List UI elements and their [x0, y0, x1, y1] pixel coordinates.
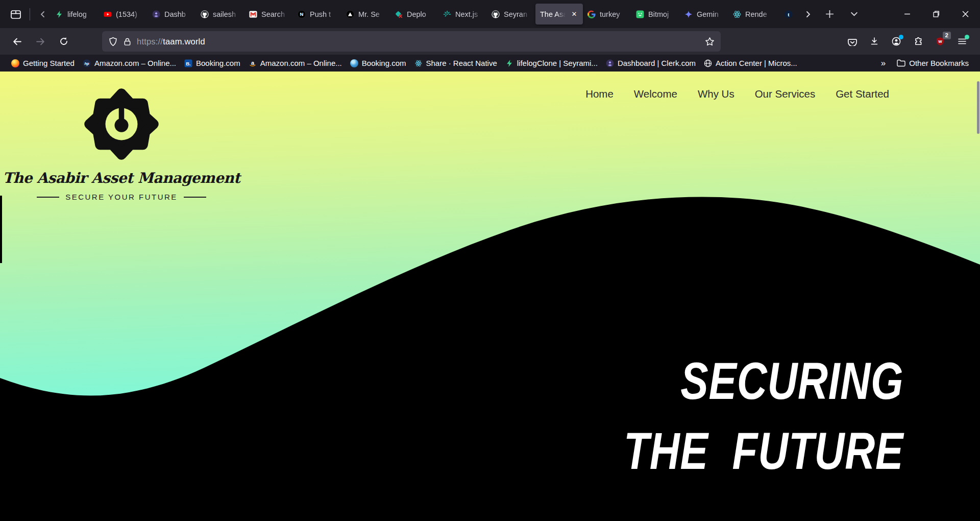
download-button[interactable]: [866, 33, 883, 50]
tab-the-asa[interactable]: The Asa✕: [535, 4, 583, 25]
bookmark-label: Action Center | Micros...: [716, 59, 797, 67]
extensions-puzzle-button[interactable]: [910, 33, 927, 50]
url-bar[interactable]: https://taam.world: [102, 31, 721, 52]
github-icon: [492, 10, 500, 18]
tab-push-t[interactable]: NPush t: [293, 4, 341, 25]
close-window-button[interactable]: [951, 0, 980, 28]
url-scheme: https://: [137, 37, 163, 46]
download-icon: [870, 37, 879, 46]
tab-bar: lifelog(1534)DashbsaileshSearchNPush tMr…: [0, 0, 980, 28]
tab-title: Deplo: [407, 10, 434, 18]
tab-title: The Asa: [540, 10, 566, 18]
wappalyzer-shield-button[interactable]: w2: [932, 33, 949, 50]
tab-title: turkey: [600, 10, 627, 18]
brand-title: The Asabir Asset Management: [3, 170, 240, 186]
amazon-icon: a: [249, 59, 257, 67]
new-tab-button[interactable]: [822, 7, 837, 22]
forward-arrow-icon: [36, 37, 45, 46]
back-arrow-icon: [12, 37, 22, 46]
tagline-text: SECURE YOUR FUTURE: [65, 193, 178, 201]
bookmark-share-react-native[interactable]: Share · React Native: [410, 57, 501, 69]
bookmark-label: Booking.com: [362, 59, 406, 67]
bookmark-lifelogclone-seyrami[interactable]: lifelogClone | Seyrami...: [501, 57, 602, 69]
divider: [30, 8, 30, 20]
minimize-icon: [904, 11, 911, 17]
tab-dashb[interactable]: Dashb: [148, 4, 196, 25]
bookmark-booking-com[interactable]: Booking.com: [346, 57, 410, 69]
bookmark-amazon-com-online[interactable]: aAmazon.com – Online...: [244, 57, 346, 69]
tab-search[interactable]: Search: [244, 4, 293, 25]
bookmark-star-icon[interactable]: [705, 37, 715, 46]
bookmarks-overflow-button[interactable]: »: [881, 58, 886, 68]
tagline-rule-right: [184, 197, 206, 198]
tab-sailesh[interactable]: sailesh: [196, 4, 244, 25]
nav-link-welcome[interactable]: Welcome: [634, 88, 677, 100]
globe-outline-icon: [704, 59, 712, 67]
nav-link-get-started[interactable]: Get Started: [836, 88, 889, 100]
other-bookmarks-label: Other Bookmarks: [909, 59, 969, 67]
bookmark-label: Dashboard | Clerk.com: [618, 59, 696, 67]
forward-button[interactable]: [32, 33, 49, 50]
url-host: taam.world: [163, 37, 205, 46]
tracking-shield-icon[interactable]: [108, 37, 118, 46]
tab-scroll-right-button[interactable]: [800, 7, 816, 22]
nav-link-home[interactable]: Home: [585, 88, 614, 100]
tab-pinned-15[interactable]: t: [777, 4, 800, 25]
pocket-button[interactable]: [844, 33, 861, 50]
gmail-icon: [249, 10, 257, 18]
tab-title: Gemin: [697, 10, 724, 18]
tab-next-js[interactable]: Next.js: [438, 4, 487, 25]
menu-hamburger-button[interactable]: [953, 33, 971, 50]
bookmark-dashboard-clerk-com[interactable]: Dashboard | Clerk.com: [602, 57, 700, 69]
restore-window-button[interactable]: [922, 0, 951, 28]
bookmark-amazon-com-online[interactable]: hpAmazon.com – Online...: [79, 57, 180, 69]
nextjs-icon: N: [298, 10, 306, 18]
svg-text:hp: hp: [84, 61, 89, 66]
window-controls: [893, 0, 980, 28]
navigation-toolbar: https://taam.world w2: [0, 28, 980, 55]
brand-tagline: SECURE YOUR FUTURE: [37, 193, 206, 201]
bitmoji-icon: [636, 10, 644, 18]
bookmark-label: Getting Started: [23, 59, 75, 67]
reload-button[interactable]: [55, 33, 72, 50]
other-bookmarks-button[interactable]: Other Bookmarks: [893, 57, 973, 69]
tab-mr-se[interactable]: Mr. Se: [341, 4, 390, 25]
tab-gemin[interactable]: Gemin: [680, 4, 728, 25]
back-button[interactable]: [8, 33, 26, 50]
firefox-view-button[interactable]: [7, 6, 24, 23]
tab-deplo[interactable]: Deplo: [390, 4, 438, 25]
page-scrollbar-thumb[interactable]: [977, 81, 979, 134]
youtube-icon: [104, 10, 112, 18]
vercel-icon: [346, 10, 354, 18]
tab-seyran[interactable]: Seyran: [487, 4, 535, 25]
bookmark-booking-com[interactable]: B.Booking.com: [180, 57, 244, 69]
tab-title: Dashb: [164, 10, 191, 18]
nav-link-why-us[interactable]: Why Us: [698, 88, 734, 100]
tab-1534[interactable]: (1534): [99, 4, 148, 25]
chevron-left-icon: [39, 10, 47, 18]
tab-turkey[interactable]: turkey: [583, 4, 631, 25]
account-button[interactable]: [888, 33, 905, 50]
tab-title: Mr. Se: [358, 10, 385, 18]
list-all-tabs-button[interactable]: [846, 7, 862, 22]
tab-bitmoj[interactable]: Bitmoj: [631, 4, 680, 25]
tab-title: Rende: [745, 10, 772, 18]
svg-text:a: a: [251, 59, 255, 65]
bookmark-getting-started[interactable]: Getting Started: [7, 57, 79, 69]
clerk-icon: [606, 59, 614, 67]
tab-scroll-left-button[interactable]: [35, 7, 51, 22]
lock-icon[interactable]: [123, 37, 132, 46]
bookmark-label: Booking.com: [196, 59, 240, 67]
nav-link-our-services[interactable]: Our Services: [755, 88, 815, 100]
power-star-logo-icon: [83, 86, 160, 162]
tab-close-button[interactable]: ✕: [570, 10, 578, 18]
bookmark-action-center-micros[interactable]: Action Center | Micros...: [700, 57, 801, 69]
browser-window: lifelog(1534)DashbsaileshSearchNPush tMr…: [0, 0, 980, 521]
tab-rende[interactable]: Rende: [728, 4, 777, 25]
minimize-button[interactable]: [893, 0, 922, 28]
svg-text:B.: B.: [186, 60, 191, 66]
tumblr-icon: t: [785, 10, 793, 18]
close-icon: [962, 11, 969, 17]
supabase-bolt-icon: [55, 10, 63, 18]
tab-lifelog[interactable]: lifelog: [51, 4, 99, 25]
